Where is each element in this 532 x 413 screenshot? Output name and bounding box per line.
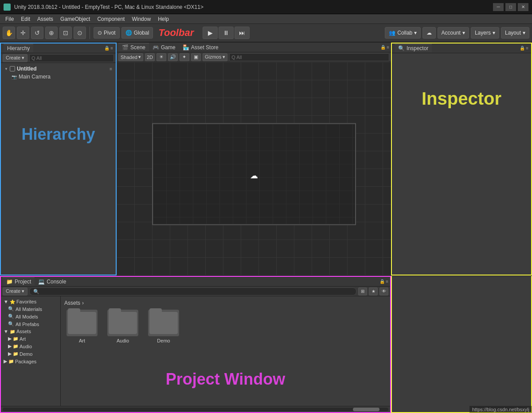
tool-move[interactable]: ✛ [17,27,29,39]
folder-art[interactable]: Art [64,310,100,343]
all-models-item[interactable]: 🔍 All Models [1,313,60,320]
asset-store-icon: 🏪 [183,44,189,51]
layers-arrow: ▾ [493,30,495,36]
inspector-tab[interactable]: 🔍 Inspector [395,44,432,52]
scene-view[interactable]: Scene View ☁ [117,62,391,275]
all-models-label: All Models [16,314,38,319]
hierarchy-tab[interactable]: Hierarchy [4,44,33,52]
scene-cloud-icon: ☁ [250,171,258,181]
assets-folder-icon: 📁 [10,329,15,334]
scene-item[interactable]: ▼ Untitled ≡ [1,65,116,73]
project-search-input[interactable] [29,287,356,295]
scene-menu-icon[interactable]: ≡ [387,45,389,50]
demo-item[interactable]: ▶ 📁 Demo [1,350,60,358]
hierarchy-panel: Hierarchy 🔒 ≡ Create ▾ ▼ Untitled ≡ [0,43,117,275]
account-dropdown[interactable]: Account ▾ [438,27,469,39]
game-tab[interactable]: 🎮 Game [149,43,179,51]
project-star-button[interactable]: ★ [369,287,378,295]
hierarchy-lock-icon[interactable]: 🔒 [104,46,110,51]
pivot-dropdown[interactable]: ⊙ Pivot [94,27,120,39]
shading-dropdown[interactable]: Shaded ▾ [118,53,143,61]
folder-art-shape [68,312,96,334]
breadcrumb-separator: › [82,300,84,306]
project-menu-icon[interactable]: ≡ [386,279,388,284]
inspector-menu-icon[interactable]: ≡ [526,46,528,51]
packages-item[interactable]: ▶ 📁 Packages [1,358,60,365]
folder-audio[interactable]: Audio [105,310,141,343]
project-tab[interactable]: 📁 Project [3,277,35,286]
project-create-button[interactable]: Create ▾ [3,287,27,295]
hierarchy-label-large: Hierarchy [1,125,116,144]
folder-audio-label: Audio [117,338,129,343]
pivot-icon: ⊙ [98,30,102,36]
hierarchy-menu-icon[interactable]: ≡ [110,46,113,51]
scene-lock-icon[interactable]: 🔒 [380,45,386,50]
tool-transform[interactable]: ⊙ [74,27,86,39]
project-scrollbar [1,406,390,412]
inspector-content: Inspector [392,53,531,275]
menu-window[interactable]: Window [128,15,154,23]
pivot-label: Pivot [104,30,116,36]
scrollbar-track[interactable] [3,408,388,411]
asset-store-tab[interactable]: 🏪 Asset Store [179,43,222,51]
hierarchy-create-button[interactable]: Create ▾ [3,54,27,62]
favorites-item[interactable]: ▼ ⭐ Favorites [1,298,60,305]
menu-help[interactable]: Help [154,15,172,23]
2d-button[interactable]: 2D [145,53,155,61]
lighting-button[interactable]: ☀ [156,53,166,61]
global-label: Global [134,30,149,36]
menu-assets[interactable]: Assets [34,15,57,23]
art-item[interactable]: ▶ 📁 Art [1,335,60,342]
tool-hand[interactable]: ✋ [3,27,15,39]
global-icon: 🌐 [125,30,132,36]
maximize-button[interactable]: □ [505,3,516,11]
main-camera-item[interactable]: 📷 Main Camera [1,73,116,81]
account-arrow: ▾ [462,30,465,36]
collab-button[interactable]: 👥 Collab ▾ [385,27,420,39]
global-dropdown[interactable]: 🌐 Global [121,27,153,39]
hierarchy-toolbar: Create ▾ [1,53,116,63]
menu-file[interactable]: File [2,15,17,23]
close-button[interactable]: ✕ [518,3,528,11]
folder-demo[interactable]: Demo [146,310,181,343]
menu-edit[interactable]: Edit [17,15,34,23]
search-icon-1: 🔍 [8,306,14,312]
layers-dropdown[interactable]: Layers ▾ [471,27,499,39]
play-button[interactable]: ▶ [203,27,218,39]
game-tab-label: Game [161,44,176,51]
scene-search-input[interactable] [229,53,389,61]
inspector-panel: 🔍 Inspector 🔒 ≡ Inspector [391,43,532,275]
toolbar-divider-1 [90,27,90,39]
audio-button[interactable]: 🔊 [168,53,178,61]
project-filter-button[interactable]: ⊞ [358,287,367,295]
inspector-lock-icon[interactable]: 🔒 [520,46,525,51]
menu-gameobject[interactable]: GameObject [57,15,94,23]
cloud-button[interactable]: ☁ [422,27,436,39]
project-lock-icon[interactable]: 🔒 [379,279,385,284]
minimize-button[interactable]: ─ [493,3,504,11]
effects-button[interactable]: ✦ [180,53,189,61]
assets-expand-icon: ▼ [4,329,8,334]
audio-item[interactable]: ▶ 📁 Audio [1,342,60,350]
gizmos-dropdown[interactable]: Gizmos ▾ [203,53,227,61]
scrollbar-thumb[interactable] [353,408,379,411]
tool-scale[interactable]: ⊕ [45,27,58,39]
tool-rotate[interactable]: ↺ [31,27,43,39]
demo-label: Demo [20,351,32,357]
assets-root-item[interactable]: ▼ 📁 Assets [1,328,60,335]
shading-arrow: ▾ [138,54,141,60]
hierarchy-search-input[interactable] [29,54,114,62]
step-button[interactable]: ⏭ [235,27,250,39]
project-eye-button[interactable]: 👁 [379,287,388,295]
pause-button[interactable]: ⏸ [219,27,234,39]
menu-component[interactable]: Component [94,15,128,23]
all-materials-item[interactable]: 🔍 All Materials [1,305,60,313]
scene-tab[interactable]: 🎬 Scene [118,43,149,51]
breadcrumb-assets[interactable]: Assets [64,300,80,306]
all-prefabs-item[interactable]: 🔍 All Prefabs [1,320,60,328]
tool-rect[interactable]: ⊡ [59,27,72,39]
skybox-button[interactable]: ▣ [191,53,201,61]
layout-dropdown[interactable]: Layout ▾ [501,27,529,39]
folder-art-label: Art [79,338,85,343]
console-tab[interactable]: 💻 Console [35,278,70,286]
